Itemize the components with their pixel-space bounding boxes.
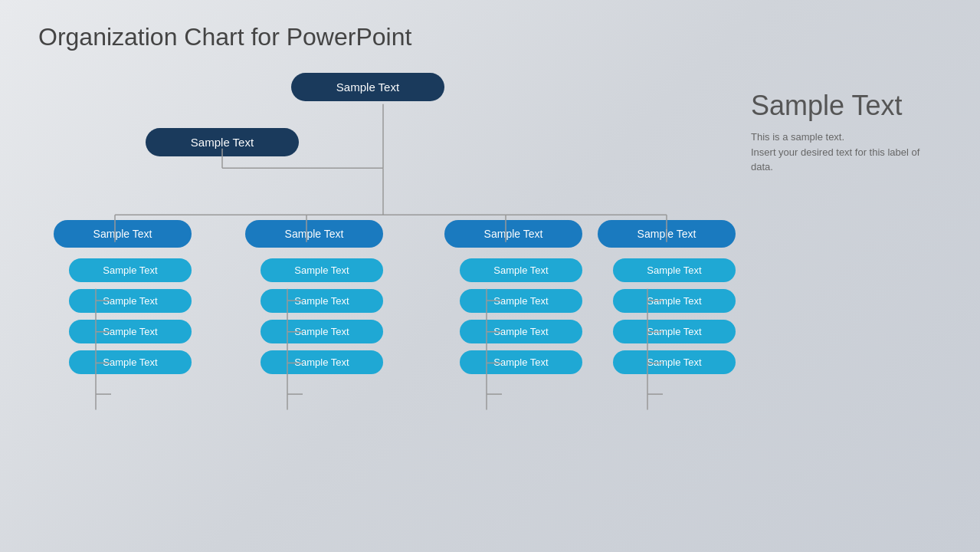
col2-header-label: Sample Text — [245, 220, 383, 248]
col4-header: Sample Text — [598, 220, 736, 248]
col3-item2-label: Sample Text — [460, 289, 582, 313]
col2-item3: Sample Text — [261, 320, 383, 343]
col3-item4: Sample Text — [460, 350, 582, 374]
second-node-label: Sample Text — [146, 128, 299, 156]
col4-item4: Sample Text — [613, 350, 736, 374]
org-chart: Sample Text Sample Text Sample Text Samp… — [38, 67, 728, 511]
col2-item3-label: Sample Text — [261, 320, 383, 343]
col2-item2: Sample Text — [261, 289, 383, 313]
page-title: Organization Chart for PowerPoint — [38, 23, 942, 51]
second-node: Sample Text — [146, 128, 299, 156]
side-description: This is a sample text.Insert your desire… — [751, 130, 942, 175]
col3-item1: Sample Text — [460, 258, 582, 282]
col1-item2: Sample Text — [69, 289, 192, 313]
col3-item1-label: Sample Text — [460, 258, 582, 282]
side-heading: Sample Text — [751, 90, 942, 122]
col2-header: Sample Text — [245, 220, 383, 248]
col4-item3-label: Sample Text — [613, 320, 736, 343]
col4-item3: Sample Text — [613, 320, 736, 343]
col2-item4-label: Sample Text — [261, 350, 383, 374]
col1-item3: Sample Text — [69, 320, 192, 343]
content-area: Sample Text Sample Text Sample Text Samp… — [38, 67, 942, 527]
col3-header-label: Sample Text — [444, 220, 582, 248]
col2-item4: Sample Text — [261, 350, 383, 374]
col2-item2-label: Sample Text — [261, 289, 383, 313]
col4-item2-label: Sample Text — [613, 289, 736, 313]
side-panel: Sample Text This is a sample text.Insert… — [728, 67, 942, 527]
col4-item1: Sample Text — [613, 258, 736, 282]
col2-item1-label: Sample Text — [261, 258, 383, 282]
chart-area: Sample Text Sample Text Sample Text Samp… — [38, 67, 728, 527]
col1-header-label: Sample Text — [54, 220, 192, 248]
col3-header: Sample Text — [444, 220, 582, 248]
slide: Organization Chart for PowerPoint — [0, 0, 980, 552]
col1-item1: Sample Text — [69, 258, 192, 282]
col1-header: Sample Text — [54, 220, 192, 248]
col3-item3-label: Sample Text — [460, 320, 582, 343]
col1-item2-label: Sample Text — [69, 289, 192, 313]
col3-item4-label: Sample Text — [460, 350, 582, 374]
col3-item2: Sample Text — [460, 289, 582, 313]
col1-item3-label: Sample Text — [69, 320, 192, 343]
top-node: Sample Text — [291, 73, 444, 101]
col4-header-label: Sample Text — [598, 220, 736, 248]
col1-item4: Sample Text — [69, 350, 192, 374]
top-node-label: Sample Text — [291, 73, 444, 101]
col1-item1-label: Sample Text — [69, 258, 192, 282]
col4-item1-label: Sample Text — [613, 258, 736, 282]
col2-item1: Sample Text — [261, 258, 383, 282]
col3-item3: Sample Text — [460, 320, 582, 343]
col1-item4-label: Sample Text — [69, 350, 192, 374]
col4-item2: Sample Text — [613, 289, 736, 313]
col4-item4-label: Sample Text — [613, 350, 736, 374]
